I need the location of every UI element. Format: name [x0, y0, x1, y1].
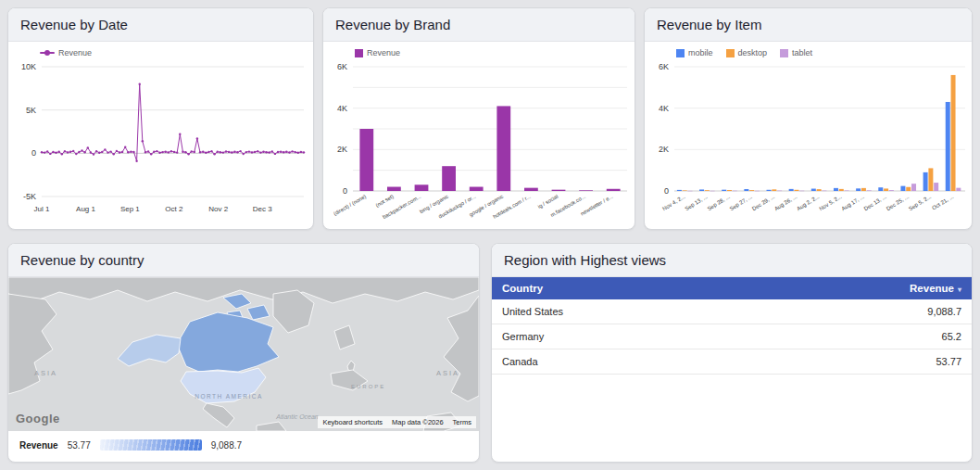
chart-body-brand: Revenue 02K4K6K(direct) / (none)(not set… — [323, 42, 634, 229]
map-label-north-america: NORTH AMERICA — [195, 393, 263, 400]
svg-text:Sep 5, 2...: Sep 5, 2... — [908, 194, 933, 212]
legend-line-marker-icon — [40, 52, 55, 54]
svg-text:4K: 4K — [337, 104, 347, 113]
svg-text:Sep 28, ...: Sep 28, ... — [707, 194, 732, 212]
svg-text:Jul 1: Jul 1 — [34, 205, 50, 213]
svg-text:Sep 1: Sep 1 — [120, 205, 140, 213]
table-header-row: Country Revenue▾ — [492, 277, 972, 299]
card-title-revenue-by-country: Revenue by country — [8, 244, 479, 277]
legend-revenue-by-date: Revenue — [10, 42, 311, 59]
card-title-revenue-by-brand: Revenue by Brand — [323, 8, 634, 42]
table-row: Canada53.77 — [492, 349, 972, 375]
google-logo: Google — [16, 412, 60, 426]
legend-item-revenue: Revenue — [40, 48, 92, 57]
svg-text:Nov 5, 2...: Nov 5, 2... — [818, 194, 843, 212]
column-header-country[interactable]: Country — [492, 277, 747, 299]
sort-descending-icon: ▾ — [958, 286, 961, 294]
column-header-revenue-label: Revenue — [910, 283, 954, 294]
country-cell: United States — [492, 299, 747, 324]
svg-text:Aug 17, ...: Aug 17, ... — [840, 194, 865, 212]
column-header-revenue[interactable]: Revenue▾ — [747, 277, 972, 299]
svg-text:Sep 27, ...: Sep 27, ... — [729, 194, 754, 212]
legend-item-mobile: mobile — [676, 48, 713, 57]
legend-square-tablet-icon — [780, 49, 788, 57]
legend-label-desktop: desktop — [738, 48, 768, 57]
map-attribution: Keyboard shortcuts Map data ©2026 Terms — [318, 416, 476, 428]
legend-item-tablet: tablet — [780, 48, 812, 57]
map-legend-max: 9,088.7 — [211, 440, 242, 451]
svg-text:0: 0 — [31, 148, 36, 158]
table-row: United States9,088.7 — [492, 299, 972, 324]
card-region-highest-views: Region with Highest views Country Revenu… — [491, 243, 973, 463]
map-color-legend: Revenue 53.77 9,088.7 — [8, 431, 479, 459]
table-body: United States9,088.7Germany65.2Canada53.… — [492, 299, 972, 375]
map-label-asia-left: ASIA — [34, 369, 57, 377]
svg-text:Aug 26, ...: Aug 26, ... — [773, 194, 798, 212]
map-legend-min: 53.77 — [68, 440, 91, 451]
card-revenue-by-brand: Revenue by Brand Revenue 02K4K6K(direct)… — [322, 7, 635, 230]
bottom-row: Revenue by country — [7, 243, 973, 463]
svg-text:(not set): (not set) — [374, 194, 394, 209]
svg-text:Sep 13, ...: Sep 13, ... — [684, 194, 709, 212]
card-revenue-by-date: Revenue by Date Revenue -5K05K10KJul 1Au… — [7, 7, 314, 230]
map-legend-gradient-bar — [100, 439, 202, 451]
legend-item-revenue: Revenue — [355, 48, 400, 57]
svg-text:10K: 10K — [21, 62, 36, 71]
legend-square-desktop-icon — [726, 49, 735, 57]
svg-text:0: 0 — [343, 186, 347, 196]
world-map[interactable]: ASIA ASIA NORTH AMERICA EUROPE Atlantic … — [8, 277, 479, 431]
revenue-cell: 65.2 — [747, 324, 972, 349]
terms-link[interactable]: Terms — [453, 418, 471, 426]
keyboard-shortcuts-link[interactable]: Keyboard shortcuts — [322, 418, 383, 426]
card-revenue-by-country: Revenue by country — [7, 243, 480, 463]
svg-text:0: 0 — [664, 186, 669, 196]
revenue-cell: 53.77 — [747, 349, 972, 375]
svg-text:Dec 29, ...: Dec 29, ... — [751, 194, 776, 212]
card-title-region-highest-views: Region with Highest views — [492, 244, 972, 277]
card-revenue-by-item: Revenue by Item mobile desktop tablet — [644, 7, 973, 230]
svg-text:4K: 4K — [659, 104, 669, 113]
svg-text:Dec 3: Dec 3 — [253, 205, 272, 213]
svg-text:Oct 21, ...: Oct 21, ... — [931, 194, 955, 211]
svg-text:-5K: -5K — [23, 192, 36, 201]
svg-text:(direct) / (none): (direct) / (none) — [333, 194, 367, 217]
grouped-bar-chart-revenue-by-item[interactable]: 02K4K6KNov 4, 2...Sep 13, ...Sep 28, ...… — [647, 59, 971, 219]
svg-text:2K: 2K — [337, 145, 347, 154]
map-data-copyright: Map data ©2026 — [392, 418, 444, 426]
bar-chart-revenue-by-brand[interactable]: 02K4K6K(direct) / (none)(not set)backpac… — [325, 59, 634, 219]
card-title-revenue-by-item: Revenue by Item — [645, 8, 972, 42]
line-chart-revenue-by-date[interactable]: -5K05K10KJul 1Aug 1Sep 1Oct 2Nov 2Dec 3 — [10, 59, 313, 219]
svg-text:Oct 2: Oct 2 — [165, 205, 183, 213]
top-row: Revenue by Date Revenue -5K05K10KJul 1Au… — [7, 7, 973, 230]
svg-text:Aug 2, 2...: Aug 2, 2... — [796, 194, 821, 212]
svg-text:6K: 6K — [659, 62, 669, 71]
table-row: Germany65.2 — [492, 324, 972, 349]
region-table: Country Revenue▾ United States9,088.7Ger… — [492, 277, 972, 375]
svg-text:6K: 6K — [337, 62, 347, 71]
svg-text:2K: 2K — [659, 145, 669, 154]
legend-label: Revenue — [58, 48, 92, 57]
country-cell: Germany — [492, 324, 747, 349]
legend-label-mobile: mobile — [688, 48, 713, 57]
revenue-cell: 9,088.7 — [747, 299, 972, 324]
map-legend-label: Revenue — [19, 440, 58, 451]
svg-text:Nov 4, 2...: Nov 4, 2... — [661, 194, 686, 212]
legend-square-icon — [355, 49, 363, 57]
svg-text:Nov 2: Nov 2 — [208, 205, 228, 213]
card-title-revenue-by-date: Revenue by Date — [8, 8, 313, 42]
chart-body-item: mobile desktop tablet 02K4K6KNov 4, 2...… — [645, 42, 972, 229]
svg-text:Dec 25, ...: Dec 25, ... — [886, 194, 911, 212]
dashboard: Revenue by Date Revenue -5K05K10KJul 1Au… — [0, 0, 980, 470]
legend-square-mobile-icon — [676, 49, 685, 57]
svg-text:Aug 1: Aug 1 — [76, 205, 95, 213]
chart-body-date: Revenue -5K05K10KJul 1Aug 1Sep 1Oct 2Nov… — [8, 42, 313, 229]
map-label-atlantic-ocean: Atlantic Ocean — [275, 413, 319, 420]
legend-label-tablet: tablet — [792, 48, 812, 57]
map-label-europe: EUROPE — [351, 384, 385, 389]
geo-map[interactable]: ASIA ASIA NORTH AMERICA EUROPE Atlantic … — [8, 277, 479, 431]
svg-text:ig / social: ig / social — [537, 194, 559, 210]
legend-item-desktop: desktop — [726, 48, 768, 57]
svg-text:Dec 13, ...: Dec 13, ... — [863, 194, 888, 212]
svg-text:5K: 5K — [26, 106, 36, 115]
legend-revenue-by-brand: Revenue — [325, 42, 633, 59]
